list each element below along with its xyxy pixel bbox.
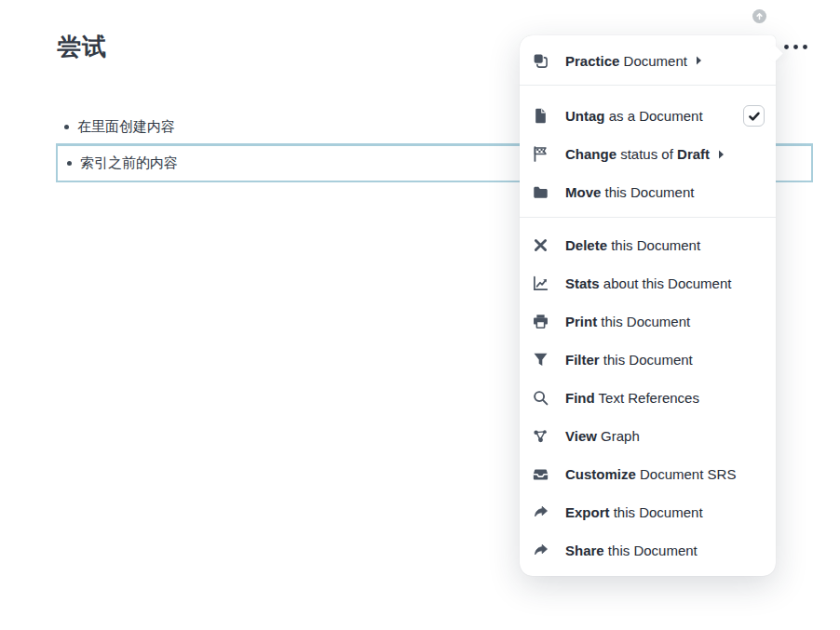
submenu-arrow-icon [696, 56, 702, 65]
menu-section: Untag as a DocumentChange status of Draf… [520, 86, 776, 217]
arrow-up-icon [755, 12, 764, 20]
folder-icon [531, 183, 549, 202]
menu-section: Delete this DocumentStats about this Doc… [520, 218, 776, 570]
submenu-arrow-icon [718, 150, 725, 159]
inbox-tray-icon [531, 465, 549, 484]
menu-item-change-status[interactable]: Change status of Draft [520, 135, 776, 173]
stats-chart-icon [531, 275, 549, 293]
menu-item-label: Move this Document [565, 184, 694, 200]
filter-funnel-icon [531, 351, 549, 369]
menu-item-filter-document[interactable]: Filter this Document [520, 341, 776, 379]
search-icon [531, 389, 549, 408]
more-options-button[interactable] [781, 38, 809, 55]
menu-item-label: Change status of Draft [565, 146, 710, 162]
menu-item-label: Practice Document [565, 53, 687, 69]
menu-item-view-graph[interactable]: View Graph [520, 417, 776, 455]
menu-item-share-document[interactable]: Share this Document [520, 531, 776, 570]
printer-icon [531, 313, 549, 331]
menu-item-label: Export this Document [565, 504, 703, 520]
menu-item-delete-document[interactable]: Delete this Document [520, 226, 776, 264]
menu-item-find-text-references[interactable]: Find Text References [520, 379, 776, 417]
document-context-menu: Practice DocumentUntag as a DocumentChan… [520, 35, 776, 576]
bullet-text: 在里面创建内容 [77, 118, 175, 136]
menu-item-label: Customize Document SRS [565, 466, 736, 482]
share-arrow-icon [531, 542, 549, 560]
menu-item-label: Share this Document [565, 543, 698, 558]
menu-item-label: View Graph [565, 428, 640, 444]
menu-item-customize-document-srs[interactable]: Customize Document SRS [520, 455, 776, 493]
bullet-icon [64, 125, 69, 129]
menu-item-label: Delete this Document [565, 237, 700, 253]
untag-checkbox[interactable] [743, 105, 765, 127]
menu-item-label: Untag as a Document [565, 108, 703, 124]
menu-item-print-document[interactable]: Print this Document [520, 302, 776, 341]
flashcards-icon [531, 51, 549, 70]
ellipsis-icon [783, 44, 808, 50]
menu-item-label: Find Text References [565, 390, 699, 406]
menu-section: Practice Document [520, 40, 776, 85]
bullet-text: 索引之前的内容 [80, 154, 178, 172]
menu-item-move-document[interactable]: Move this Document [520, 173, 776, 211]
status-flag-icon [531, 145, 549, 164]
page-title[interactable]: 尝试 [57, 31, 107, 63]
scroll-top-button[interactable] [752, 9, 766, 23]
menu-item-untag-as-document[interactable]: Untag as a Document [520, 97, 776, 135]
menu-item-label: Print this Document [565, 314, 690, 329]
menu-item-stats-document[interactable]: Stats about this Document [520, 264, 776, 302]
share-arrow-icon [531, 503, 549, 522]
bullet-icon [67, 161, 72, 166]
delete-x-icon [531, 236, 549, 255]
menu-item-label: Stats about this Document [565, 275, 731, 291]
menu-item-practice-document[interactable]: Practice Document [520, 42, 776, 79]
menu-item-export-document[interactable]: Export this Document [520, 493, 776, 531]
graph-icon [531, 427, 549, 446]
document-icon [531, 107, 549, 126]
menu-item-label: Filter this Document [565, 352, 693, 368]
